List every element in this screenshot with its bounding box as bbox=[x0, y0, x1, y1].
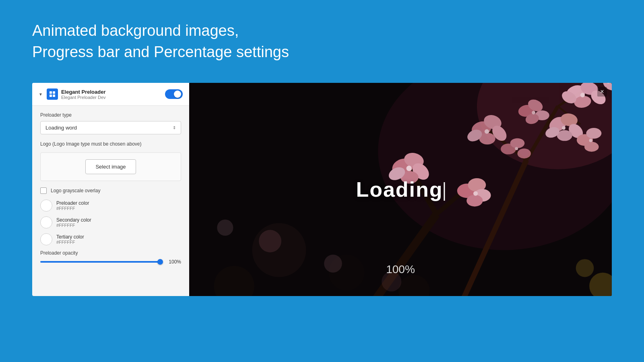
logo-grayscale-checkbox[interactable] bbox=[40, 187, 47, 194]
select-image-button[interactable]: Select image bbox=[85, 159, 136, 174]
text-cursor-icon bbox=[444, 182, 445, 201]
svg-point-30 bbox=[589, 139, 592, 142]
tertiary-color-row: Tertiary color #FFFFFF bbox=[40, 233, 181, 245]
svg-point-41 bbox=[532, 111, 535, 115]
main-content: ▼ Elegant Preloader Elegant Preloader De… bbox=[32, 83, 612, 296]
svg-rect-2 bbox=[50, 95, 52, 97]
preloader-color-row: Preloader color #FFFFFF bbox=[40, 200, 181, 212]
select-image-container: Select image bbox=[40, 152, 181, 181]
settings-panel: ▼ Elegant Preloader Elegant Preloader De… bbox=[32, 83, 189, 296]
opacity-slider-thumb[interactable] bbox=[157, 259, 163, 265]
preview-panel: × Loading 100% bbox=[189, 83, 612, 296]
tertiary-color-name: Tertiary color bbox=[56, 234, 84, 240]
plugin-toggle[interactable] bbox=[165, 89, 183, 99]
svg-point-29 bbox=[584, 142, 599, 152]
svg-point-65 bbox=[324, 255, 342, 273]
svg-point-54 bbox=[407, 166, 412, 171]
logo-grayscale-label: Logo grayscale overlay bbox=[51, 188, 100, 193]
panel-header-left: ▼ Elegant Preloader Elegant Preloader De… bbox=[39, 88, 106, 100]
svg-point-28 bbox=[586, 128, 601, 139]
svg-point-58 bbox=[466, 195, 483, 207]
svg-rect-3 bbox=[53, 95, 55, 97]
preview-background: × Loading 100% bbox=[189, 83, 612, 296]
preloader-color-info: Preloader color #FFFFFF bbox=[56, 200, 89, 211]
svg-point-60 bbox=[252, 223, 306, 277]
loading-word: Loading bbox=[356, 178, 443, 201]
preloader-color-swatch[interactable] bbox=[40, 200, 52, 212]
loading-text: Loading bbox=[356, 177, 445, 202]
logo-label: Logo (Logo Image type must be chosen abo… bbox=[40, 141, 181, 148]
preview-close-button[interactable]: × bbox=[597, 87, 607, 97]
panel-header: ▼ Elegant Preloader Elegant Preloader De… bbox=[32, 83, 189, 106]
opacity-slider-track[interactable] bbox=[40, 261, 163, 263]
tertiary-color-info: Tertiary color #FFFFFF bbox=[56, 234, 84, 245]
svg-point-59 bbox=[473, 191, 478, 196]
opacity-value: 100% bbox=[167, 259, 181, 265]
preloader-type-label: Preloader type bbox=[40, 112, 181, 118]
svg-rect-1 bbox=[53, 91, 55, 94]
opacity-label: Preloader opacity bbox=[40, 250, 181, 256]
svg-point-43 bbox=[510, 138, 525, 148]
tertiary-color-value: #FFFFFF bbox=[56, 240, 84, 245]
panel-subtitle: Elegant Preloader Dev bbox=[61, 95, 106, 100]
panel-title-block: Elegant Preloader Elegant Preloader Dev bbox=[61, 89, 106, 100]
svg-point-44 bbox=[517, 149, 531, 159]
secondary-color-info: Secondary color #FFFFFF bbox=[56, 217, 91, 228]
select-arrows-icon: ⇕ bbox=[173, 125, 176, 130]
opacity-slider-row: 100% bbox=[40, 259, 181, 265]
panel-title: Elegant Preloader bbox=[61, 89, 106, 95]
svg-point-26 bbox=[562, 126, 566, 130]
preloader-color-name: Preloader color bbox=[56, 200, 89, 206]
logo-grayscale-row: Logo grayscale overlay bbox=[40, 187, 181, 194]
collapse-arrow-icon[interactable]: ▼ bbox=[39, 92, 43, 97]
tertiary-color-swatch[interactable] bbox=[40, 233, 52, 245]
header-section: Animated background images, Progress bar… bbox=[0, 0, 644, 75]
preloader-color-value: #FFFFFF bbox=[56, 206, 89, 211]
svg-rect-0 bbox=[50, 91, 52, 94]
page-title: Animated background images, Progress bar… bbox=[32, 20, 612, 63]
preloader-type-select[interactable]: Loading word ⇕ bbox=[40, 121, 181, 134]
panel-body: Preloader type Loading word ⇕ Logo (Logo… bbox=[32, 106, 189, 271]
svg-point-64 bbox=[259, 230, 281, 253]
svg-point-36 bbox=[485, 130, 489, 134]
secondary-color-name: Secondary color bbox=[56, 217, 91, 223]
close-icon: × bbox=[600, 88, 604, 95]
plugin-logo-icon bbox=[49, 90, 56, 98]
secondary-color-swatch[interactable] bbox=[40, 216, 52, 228]
svg-point-67 bbox=[217, 220, 233, 236]
percentage-display: 100% bbox=[386, 263, 415, 276]
svg-point-45 bbox=[515, 147, 518, 150]
svg-point-69 bbox=[576, 259, 594, 278]
secondary-color-value: #FFFFFF bbox=[56, 223, 91, 228]
preloader-type-value: Loading word bbox=[45, 125, 77, 131]
plugin-icon bbox=[47, 88, 58, 100]
secondary-color-row: Secondary color #FFFFFF bbox=[40, 216, 181, 228]
svg-point-17 bbox=[580, 93, 585, 97]
